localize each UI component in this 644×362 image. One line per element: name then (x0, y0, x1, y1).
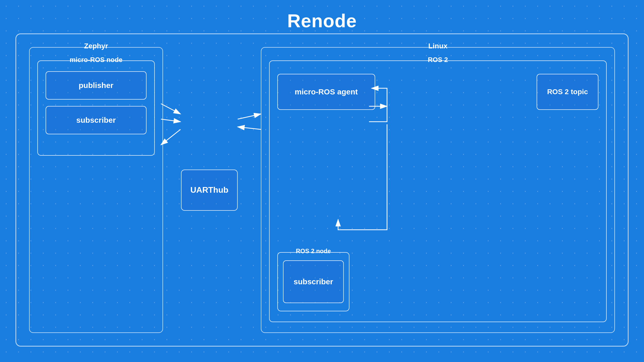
arrow-agent-to-uarthub (238, 127, 261, 129)
microros-agent-label: micro-ROS agent (295, 87, 358, 96)
microros-node-label: micro-ROS node (70, 56, 122, 64)
ros2-box: ROS 2 micro-ROS agent ROS 2 topic ROS 2 … (269, 60, 607, 322)
uarthub-box: UARThub (181, 170, 238, 211)
linux-box: Linux ROS 2 micro-ROS agent ROS 2 topic … (261, 47, 615, 333)
subscriber-zephyr-label: subscriber (76, 116, 116, 125)
arrow-uarthub-to-subscriber (161, 129, 181, 145)
uarthub-label: UARThub (190, 185, 228, 195)
zephyr-box: Zephyr micro-ROS node publisher subscrib… (29, 47, 163, 333)
zephyr-label: Zephyr (84, 42, 108, 50)
subscriber-ros2-label: subscriber (294, 277, 333, 286)
ros2-node-box: ROS 2 node subscriber (277, 252, 349, 311)
microros-node-box: micro-ROS node publisher subscriber (37, 60, 155, 156)
linux-label: Linux (428, 42, 448, 50)
ros2-node-label: ROS 2 node (296, 248, 331, 255)
microros-agent-box: micro-ROS agent (277, 74, 375, 110)
main-container: Zephyr micro-ROS node publisher subscrib… (15, 33, 629, 347)
arrow-publisher-to-uarthub-2 (161, 119, 181, 122)
ros2-topic-label: ROS 2 topic (547, 88, 588, 96)
ros2-label: ROS 2 (428, 56, 448, 64)
ros2-topic-box: ROS 2 topic (537, 74, 598, 110)
subscriber-box-zephyr: subscriber (46, 106, 147, 134)
publisher-box: publisher (46, 71, 147, 100)
subscriber-box-ros2: subscriber (283, 260, 344, 303)
publisher-label: publisher (79, 81, 113, 90)
arrow-uarthub-to-agent (238, 114, 261, 119)
arrow-publisher-to-uarthub (161, 104, 181, 114)
